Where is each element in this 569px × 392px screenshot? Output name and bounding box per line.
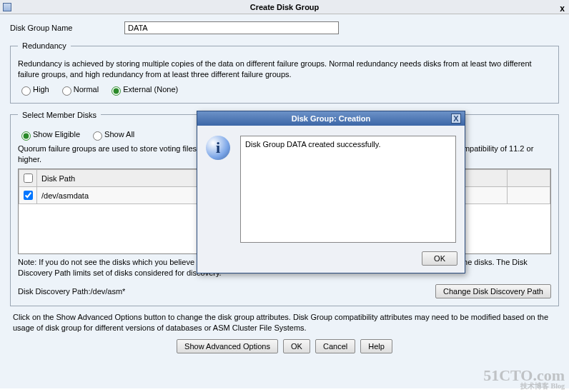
bottom-button-bar: Show Advanced Options OK Cancel Help xyxy=(10,339,559,353)
redundancy-legend: Redundancy xyxy=(18,41,71,50)
discovery-path-value: /dev/asm* xyxy=(90,287,125,296)
radio-show-all[interactable]: Show All xyxy=(89,130,134,139)
radio-external[interactable]: External (None) xyxy=(108,85,178,94)
row-checkbox[interactable] xyxy=(24,191,33,200)
window-title-bar: Create Disk Group x xyxy=(0,0,569,14)
dialog-ok-button[interactable]: OK xyxy=(422,251,457,266)
window-icon xyxy=(3,3,11,11)
disk-group-name-label: Disk Group Name xyxy=(10,24,124,32)
redundancy-options: High Normal External (None) xyxy=(18,84,551,96)
show-advanced-options-button[interactable]: Show Advanced Options xyxy=(177,339,278,353)
ok-button[interactable]: OK xyxy=(283,339,310,353)
header-checkbox-cell[interactable] xyxy=(19,170,37,187)
redundancy-description: Redundancy is achieved by storing multip… xyxy=(18,59,551,80)
creation-result-dialog: Disk Group: Creation X i Disk Group DATA… xyxy=(197,111,465,273)
window-close-button[interactable]: x xyxy=(560,1,565,16)
cancel-button[interactable]: Cancel xyxy=(315,339,355,353)
dialog-close-button[interactable]: X xyxy=(451,114,461,124)
redundancy-fieldset: Redundancy Redundancy is achieved by sto… xyxy=(10,41,559,104)
help-button[interactable]: Help xyxy=(360,339,392,353)
dialog-title: Disk Group: Creation xyxy=(292,114,371,123)
row-checkbox-cell xyxy=(19,187,37,204)
header-spacer xyxy=(508,170,550,187)
member-disks-legend: Select Member Disks xyxy=(18,111,101,119)
radio-high[interactable]: High xyxy=(18,85,49,94)
discovery-path-label: Disk Discovery Path: xyxy=(18,287,90,296)
discovery-path: Disk Discovery Path:/dev/asm* xyxy=(18,287,125,296)
watermark: 51CTO.com 技术博客 Blog xyxy=(483,368,565,389)
disk-group-name-input[interactable] xyxy=(124,21,339,34)
row-spacer xyxy=(508,187,550,204)
window-title: Create Disk Group xyxy=(250,3,320,11)
radio-normal[interactable]: Normal xyxy=(59,85,99,94)
dialog-title-bar: Disk Group: Creation X xyxy=(197,111,465,126)
dialog-message: Disk Group DATA created successfully. xyxy=(240,136,456,243)
radio-show-eligible[interactable]: Show Eligible xyxy=(18,130,80,139)
compat-note: Click on the Show Advanced Options butto… xyxy=(13,312,556,333)
info-icon: i xyxy=(206,136,230,160)
change-discovery-path-button[interactable]: Change Disk Discovery Path xyxy=(435,284,551,298)
